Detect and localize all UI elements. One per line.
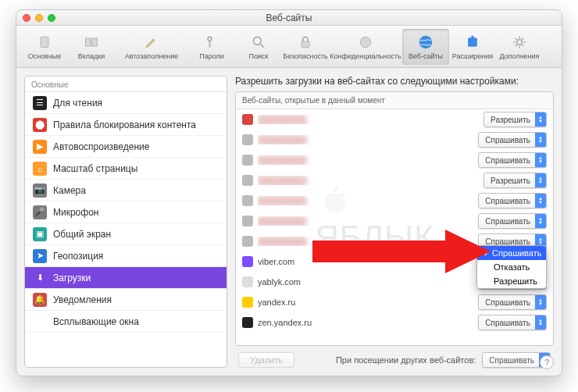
table-header: Веб-сайты, открытые в данный момент — [236, 92, 553, 109]
pencil-icon — [143, 34, 160, 51]
sidebar-item-label: Камера — [53, 185, 86, 196]
sidebar-item-download[interactable]: ⬇Загрузки — [25, 267, 227, 289]
site-hostname: zen.yandex.ru — [258, 318, 478, 327]
site-hostname: ████████ — [258, 155, 478, 165]
site-row[interactable]: zen.yandex.ruСпрашивать▲▼ — [236, 312, 553, 333]
site-rows: ЯБЛЫК ████████Разрешить▲▼████████Спрашив… — [236, 109, 553, 345]
chevron-updown-icon: ▲▼ — [535, 295, 546, 309]
favicon — [242, 134, 253, 145]
help-button[interactable]: ? — [540, 355, 554, 369]
main-panel: Разрешить загрузки на веб-сайтах со след… — [227, 68, 562, 376]
sidebar-item-camera[interactable]: 📷Камера — [25, 180, 227, 201]
permission-picker[interactable]: Разрешить▲▼ — [483, 173, 547, 188]
key-icon — [203, 34, 220, 51]
site-row[interactable]: ████████Спрашивать▲▼ — [236, 150, 553, 170]
sidebar-item-zoom[interactable]: ⌕Масштаб страницы — [25, 158, 227, 180]
delete-button[interactable]: Удалить — [238, 352, 294, 368]
permission-picker[interactable]: Разрешить▲▼ — [483, 112, 547, 127]
chevron-updown-icon: ▲▼ — [535, 214, 546, 228]
permission-picker[interactable]: Спрашивать▲▼ — [478, 193, 547, 208]
site-hostname: yablyk.com — [258, 277, 478, 287]
sidebar-item-bell[interactable]: 🔔Уведомления — [25, 289, 227, 311]
sidebar-item-screen[interactable]: ▣Общий экран — [25, 223, 227, 245]
toolbar-tab-privacy[interactable]: Конфиденциальность — [329, 29, 402, 65]
search-icon — [250, 34, 267, 51]
sidebar-item-geo[interactable]: ➤Геопозиция — [25, 245, 227, 267]
permission-picker[interactable]: Спрашивать▲▼ — [478, 315, 547, 330]
chevron-updown-icon: ▲▼ — [535, 153, 546, 167]
sidebar: Основные ☰Для чтения⬤Правила блокировани… — [24, 76, 227, 368]
site-row[interactable]: ████████Спрашивать▲▼ — [236, 211, 553, 231]
toolbar-tab-search[interactable]: Поиск — [235, 29, 282, 65]
menu-item[interactable]: ✓Спрашивать — [477, 246, 546, 260]
favicon — [242, 236, 253, 247]
mic-icon: 🎤 — [33, 205, 47, 219]
toolbar-tab-lock[interactable]: Безопасность — [282, 29, 329, 65]
svg-point-5 — [253, 37, 261, 45]
toolbar-tab-tabs[interactable]: Вкладки — [68, 29, 115, 65]
preferences-window: Веб-сайты ОсновныеВкладкиАвтозаполнениеП… — [16, 9, 562, 376]
menu-item[interactable]: Отказать — [477, 260, 546, 274]
preferences-toolbar: ОсновныеВкладкиАвтозаполнениеПаролиПоиск… — [16, 26, 562, 68]
footer-bar: Удалить При посещении других веб-сайтов:… — [235, 346, 554, 368]
svg-point-9 — [419, 35, 433, 48]
site-row[interactable]: ████████Разрешить▲▼ — [236, 170, 553, 191]
chevron-updown-icon: ▲▼ — [535, 112, 546, 127]
permission-picker[interactable]: Спрашивать▲▼ — [478, 294, 547, 310]
favicon — [242, 195, 253, 206]
chevron-updown-icon: ▲▼ — [535, 315, 546, 330]
svg-rect-10 — [468, 37, 477, 47]
sidebar-item-label: Геопозиция — [53, 251, 103, 262]
svg-rect-7 — [301, 41, 309, 47]
permission-picker[interactable]: Спрашивать▲▼ — [478, 213, 547, 229]
favicon — [242, 276, 253, 287]
permission-picker[interactable]: Спрашивать▲▼ — [478, 152, 547, 168]
menu-item[interactable]: Разрешить — [477, 274, 546, 288]
site-hostname: ████████ — [258, 115, 483, 124]
gear-icon — [36, 34, 53, 51]
sidebar-item-stop[interactable]: ⬤Правила блокирования контента — [25, 114, 227, 136]
sidebar-item-label: Всплывающие окна — [53, 316, 139, 327]
footer-label: При посещении других веб-сайтов: — [336, 355, 476, 365]
svg-point-3 — [208, 37, 212, 41]
svg-point-8 — [360, 37, 370, 47]
sidebar-item-label: Масштаб страницы — [53, 163, 137, 174]
site-row[interactable]: ████████Спрашивать▲▼ — [236, 191, 553, 211]
favicon — [242, 155, 253, 166]
globe-icon — [417, 34, 434, 51]
permission-dropdown-menu[interactable]: ✓СпрашиватьОтказатьРазрешить — [476, 245, 547, 289]
toolbar-tab-globe[interactable]: Веб-сайты — [402, 29, 449, 65]
sidebar-item-popup[interactable]: ◻Всплывающие окна — [25, 311, 227, 333]
site-row[interactable]: ████████Разрешить▲▼ — [236, 109, 553, 130]
site-hostname: viber.com — [258, 257, 478, 266]
sidebar-item-label: Загрузки — [53, 273, 91, 283]
site-hostname: ████████ — [258, 237, 478, 246]
toolbar-tab-gear[interactable]: Основные — [21, 29, 68, 65]
toolbar-tab-cog[interactable]: Дополнения — [496, 29, 543, 65]
chevron-updown-icon: ▲▼ — [535, 133, 546, 147]
titlebar: Веб-сайты — [16, 10, 562, 26]
sidebar-item-label: Для чтения — [53, 98, 102, 109]
screen-icon: ▣ — [33, 227, 47, 241]
download-icon: ⬇ — [33, 271, 47, 285]
svg-rect-0 — [41, 37, 48, 47]
toolbar-tab-puzzle[interactable]: Расширения — [449, 29, 496, 65]
chevron-updown-icon: ▲▼ — [535, 173, 546, 187]
privacy-icon — [357, 34, 374, 51]
toolbar-tab-key[interactable]: Пароли — [188, 29, 235, 65]
sidebar-item-label: Правила блокирования контента — [53, 119, 196, 130]
sidebar-item-mic[interactable]: 🎤Микрофон — [25, 201, 227, 223]
site-hostname: ████████ — [258, 196, 478, 205]
chevron-updown-icon: ▲▼ — [535, 194, 546, 208]
sidebar-item-reader[interactable]: ☰Для чтения — [25, 92, 227, 114]
permission-picker[interactable]: Спрашивать▲▼ — [478, 132, 547, 148]
zoom-icon: ⌕ — [33, 162, 47, 176]
site-row[interactable]: yandex.ruСпрашивать▲▼ — [236, 292, 553, 312]
favicon — [242, 317, 253, 328]
toolbar-tab-pencil[interactable]: Автозаполнение — [115, 29, 188, 65]
cog-icon — [511, 34, 528, 51]
site-row[interactable]: ████████Спрашивать▲▼ — [236, 130, 553, 150]
play-icon: ▶ — [33, 140, 47, 154]
sidebar-item-play[interactable]: ▶Автовоспроизведение — [25, 136, 227, 158]
site-hostname: yandex.ru — [258, 298, 478, 307]
